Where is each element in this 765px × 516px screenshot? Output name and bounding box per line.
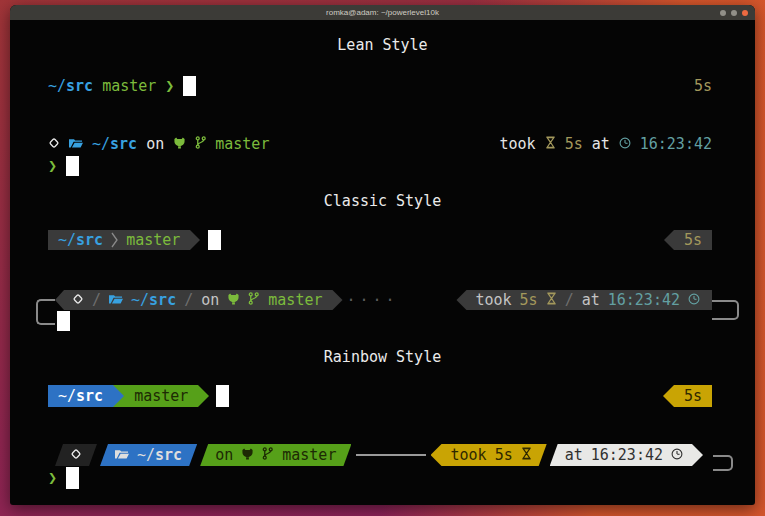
- command-duration: 5s: [565, 134, 583, 154]
- window-controls: [720, 10, 748, 16]
- hourglass-icon: [546, 292, 557, 305]
- github-octocat-icon: [227, 293, 240, 305]
- path-dir: src: [155, 445, 182, 465]
- segment-separator: /: [92, 290, 101, 310]
- cursor-block: [208, 230, 221, 250]
- cursor-block: [66, 467, 79, 489]
- prompt-chevron-icon: ❯: [165, 76, 174, 96]
- path-home: ~/: [58, 230, 76, 250]
- git-branch-name: master: [102, 76, 156, 96]
- maximize-button[interactable]: [731, 10, 737, 16]
- classic-simple-prompt: ~/src master: [48, 230, 221, 250]
- clock-icon: [671, 448, 683, 460]
- prompt-chevron-icon: ❯: [48, 468, 57, 488]
- segment-separator: /: [565, 290, 574, 310]
- git-branch-name: master: [268, 290, 322, 310]
- cursor-block: [216, 385, 229, 407]
- at-label: at: [565, 445, 583, 465]
- clock-icon: [619, 137, 631, 149]
- rainbow-style-heading: Rainbow Style: [10, 347, 755, 367]
- rainbow-simple-duration: 5s: [663, 385, 712, 407]
- path-dir: src: [110, 134, 137, 154]
- powerline-arrow-icon: [664, 230, 674, 250]
- titlebar[interactable]: romka@adam: ~/powerlevel10k: [10, 5, 755, 20]
- path-dir: src: [76, 230, 103, 250]
- git-branch-icon: [262, 447, 273, 460]
- hourglass-icon: [545, 136, 556, 149]
- classic-input-line: [57, 311, 70, 331]
- on-label: on: [146, 134, 164, 154]
- lean-simple-duration: 5s: [694, 76, 712, 96]
- command-duration: 5s: [694, 76, 712, 96]
- prompt-frame-right: [713, 455, 733, 471]
- desktop: { "window": { "title": "romka@adam: ~/po…: [0, 0, 765, 516]
- classic-style-heading: Classic Style: [10, 191, 755, 211]
- os-diamond-icon: [72, 293, 84, 305]
- git-branch-name: master: [282, 445, 336, 465]
- at-label: at: [592, 134, 610, 154]
- classic-simple-duration: 5s: [664, 230, 712, 250]
- powerline-arrow-icon: [663, 385, 674, 407]
- folder-icon: [109, 293, 123, 305]
- path-dir: src: [66, 76, 93, 96]
- cursor-block: [66, 156, 79, 176]
- cursor-block: [57, 311, 70, 331]
- prompt-chevron-icon: ❯: [48, 156, 57, 176]
- timestamp: 16:23:42: [608, 290, 680, 310]
- lean-full-prompt-right: took 5s at 16:23:42: [500, 134, 713, 154]
- prompt-frame-left: [36, 299, 55, 325]
- on-label: on: [201, 290, 219, 310]
- terminal-content[interactable]: Lean Style ~/src master ❯ 5s ~/src on ma…: [10, 20, 755, 505]
- path-home: ~/: [137, 445, 155, 465]
- github-octocat-icon: [241, 448, 254, 460]
- lean-full-prompt-left: ~/src on master: [48, 134, 269, 154]
- command-duration: 5s: [495, 445, 513, 465]
- rainbow-input-line: ❯: [48, 467, 79, 489]
- path-dir: src: [76, 386, 103, 406]
- command-duration: 5s: [684, 230, 702, 250]
- git-branch-name: master: [126, 230, 180, 250]
- clock-icon: [688, 293, 700, 305]
- os-diamond-icon: [70, 448, 82, 460]
- lean-style-heading: Lean Style: [10, 35, 755, 55]
- powerline-arrow-icon: [113, 385, 124, 407]
- took-label: took: [500, 134, 536, 154]
- timestamp: 16:23:42: [640, 134, 712, 154]
- git-branch-icon: [195, 136, 206, 149]
- hourglass-icon: [521, 447, 532, 460]
- git-branch-name: master: [134, 386, 188, 406]
- window-title: romka@adam: ~/powerlevel10k: [326, 8, 439, 17]
- github-octocat-icon: [173, 137, 186, 149]
- command-duration: 5s: [520, 290, 538, 310]
- classic-full-prompt: / ~/src / on master ···· took 5s / at 16…: [55, 290, 712, 310]
- took-label: took: [451, 445, 487, 465]
- prompt-frame-right: [712, 300, 739, 320]
- folder-icon: [69, 137, 83, 149]
- lean-simple-prompt: ~/src master ❯: [48, 76, 196, 96]
- git-branch-icon: [248, 292, 259, 305]
- powerline-arrow-icon: [198, 385, 209, 407]
- path-home: ~/: [92, 134, 110, 154]
- minimize-button[interactable]: [720, 10, 726, 16]
- rainbow-simple-prompt: ~/src master: [48, 385, 229, 407]
- path-dir: src: [149, 290, 176, 310]
- gap-line: [356, 454, 425, 456]
- segment-separator: /: [184, 290, 193, 310]
- lean-input-line: ❯: [48, 156, 79, 176]
- powerline-arrow-icon: [190, 230, 200, 250]
- thin-separator-icon: [111, 232, 118, 248]
- terminal-window: romka@adam: ~/powerlevel10k Lean Style ~…: [10, 5, 755, 505]
- path-home: ~/: [131, 290, 149, 310]
- command-duration: 5s: [684, 386, 702, 406]
- cursor-block: [183, 76, 196, 96]
- folder-icon: [115, 448, 129, 460]
- path-home: ~/: [58, 386, 76, 406]
- rainbow-full-prompt: ~/src on master took 5s at 16:23:42: [55, 444, 703, 466]
- close-button[interactable]: [742, 10, 748, 16]
- os-diamond-icon: [48, 137, 60, 149]
- at-label: at: [582, 290, 600, 310]
- took-label: took: [475, 290, 511, 310]
- on-label: on: [215, 445, 233, 465]
- git-branch-name: master: [215, 134, 269, 154]
- path-home: ~/: [48, 76, 66, 96]
